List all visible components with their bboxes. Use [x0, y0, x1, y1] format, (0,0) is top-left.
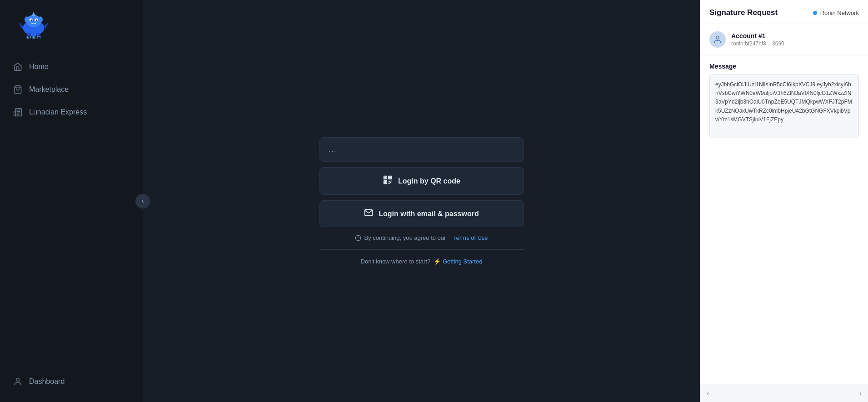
email-login-button[interactable]: Login with email & password	[319, 200, 524, 227]
signature-title: Signature Request	[709, 8, 778, 17]
sidebar: INFINITY Home Marketplace	[0, 0, 143, 402]
person-icon	[13, 377, 23, 387]
main-content: Login by QR code Login with email & pass…	[143, 0, 700, 402]
arrow-right-button[interactable]: ›	[857, 387, 864, 399]
marketplace-icon	[13, 84, 23, 94]
network-status-dot	[813, 11, 817, 15]
arrow-left-button[interactable]: ‹	[704, 387, 712, 399]
account-address: ronin:bf247bf8... 3690	[731, 40, 784, 47]
sidebar-bottom: Dashboard	[0, 361, 143, 402]
account-info: Account #1 ronin:bf247bf8... 3690	[731, 32, 784, 47]
getting-started-section: Don't know where to start? ⚡ Getting Sta…	[319, 258, 524, 265]
svg-marker-6	[32, 12, 35, 15]
home-icon	[13, 62, 23, 72]
panel-bottom-arrows: ‹ ›	[700, 384, 868, 402]
svg-point-12	[27, 33, 31, 36]
account-avatar	[709, 31, 726, 48]
sidebar-item-lunacian-express-label: Lunacian Express	[29, 108, 87, 116]
message-section: Message eyJhbGciOiJIUzI1NiIsInR5cCI6IkpX…	[700, 55, 868, 402]
signature-header: Signature Request Ronin Network	[700, 0, 868, 24]
login-input[interactable]	[319, 137, 524, 162]
logo-container: INFINITY	[0, 0, 143, 51]
svg-marker-10	[44, 22, 49, 30]
message-label: Message	[709, 63, 859, 70]
signature-account: Account #1 ronin:bf247bf8... 3690	[700, 24, 868, 55]
info-icon	[355, 235, 361, 241]
sidebar-item-dashboard[interactable]: Dashboard	[0, 370, 143, 393]
sidebar-collapse-button[interactable]	[135, 194, 150, 208]
terms-section: By continuing, you agree to our Terms of…	[319, 234, 524, 241]
getting-started-prefix: Don't know where to start?	[361, 258, 431, 265]
sidebar-item-marketplace[interactable]: Marketplace	[0, 78, 143, 101]
svg-point-26	[716, 36, 719, 40]
svg-point-7	[25, 16, 29, 22]
terms-text: By continuing, you agree to our	[364, 234, 446, 241]
qr-icon	[383, 175, 393, 187]
qr-login-button[interactable]: Login by QR code	[319, 167, 524, 195]
message-content[interactable]: eyJhbGciOiJIUzI1NiIsInR5cCI6IkpXVCJ9.eyJ…	[709, 74, 859, 138]
terms-of-use-link[interactable]: Terms of Use	[453, 234, 488, 241]
sidebar-item-home[interactable]: Home	[0, 55, 143, 78]
sidebar-item-marketplace-label: Marketplace	[29, 85, 69, 94]
svg-point-5	[36, 20, 37, 21]
getting-started-link[interactable]: ⚡ Getting Started	[434, 258, 482, 265]
sidebar-item-dashboard-label: Dashboard	[29, 377, 65, 386]
axie-infinity-logo: INFINITY	[11, 8, 56, 40]
newspaper-icon	[13, 107, 23, 117]
email-icon	[364, 208, 373, 219]
qr-login-label: Login by QR code	[398, 177, 460, 185]
login-container: Login by QR code Login with email & pass…	[319, 137, 524, 265]
divider	[319, 249, 524, 250]
network-label: Ronin Network	[820, 10, 859, 16]
svg-rect-21	[389, 177, 391, 179]
sidebar-item-lunacian-express[interactable]: Lunacian Express	[0, 101, 143, 124]
svg-marker-9	[19, 22, 23, 30]
svg-rect-20	[384, 177, 387, 179]
svg-rect-22	[384, 181, 387, 184]
svg-point-4	[30, 20, 32, 21]
network-badge: Ronin Network	[813, 10, 859, 16]
account-name: Account #1	[731, 32, 784, 40]
signature-panel: Signature Request Ronin Network Account …	[700, 0, 868, 402]
svg-text:INFINITY: INFINITY	[26, 36, 41, 39]
svg-point-16	[16, 378, 20, 382]
sidebar-navigation: Home Marketplace Lunacian	[0, 51, 143, 361]
email-login-label: Login with email & password	[379, 210, 479, 218]
svg-point-8	[38, 16, 43, 22]
sidebar-item-home-label: Home	[29, 63, 49, 71]
svg-point-13	[36, 33, 40, 36]
